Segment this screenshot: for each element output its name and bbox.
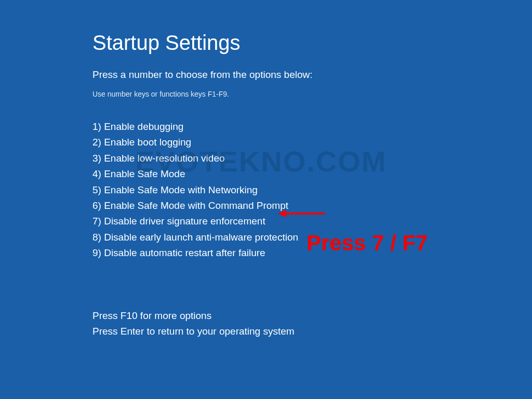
option-3[interactable]: 3) Enable low-resolution video xyxy=(92,151,532,166)
footer-enter: Press Enter to return to your operating … xyxy=(92,324,532,339)
option-4[interactable]: 4) Enable Safe Mode xyxy=(92,166,532,182)
hint-text: Use number keys or functions keys F1-F9. xyxy=(92,90,532,98)
page-title: Startup Settings xyxy=(92,31,532,55)
option-9[interactable]: 9) Disable automatic restart after failu… xyxy=(92,245,532,261)
option-1[interactable]: 1) Enable debugging xyxy=(92,119,532,135)
subtitle-text: Press a number to choose from the option… xyxy=(92,69,532,81)
options-list: 1) Enable debugging 2) Enable boot loggi… xyxy=(92,119,532,261)
option-5[interactable]: 5) Enable Safe Mode with Networking xyxy=(92,182,532,198)
footer-f10: Press F10 for more options xyxy=(92,308,532,324)
option-6[interactable]: 6) Enable Safe Mode with Command Prompt xyxy=(92,198,532,214)
option-2[interactable]: 2) Enable boot logging xyxy=(92,135,532,150)
option-8[interactable]: 8) Disable early launch anti-malware pro… xyxy=(92,230,532,245)
option-7[interactable]: 7) Disable driver signature enforcement xyxy=(92,214,532,229)
